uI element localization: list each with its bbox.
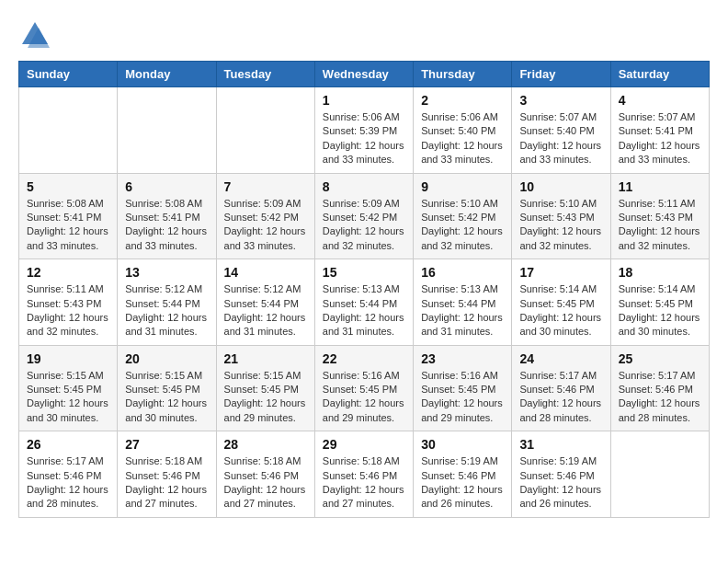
day-info: Sunrise: 5:18 AM Sunset: 5:46 PM Dayligh… xyxy=(224,454,307,511)
day-info: Sunrise: 5:17 AM Sunset: 5:46 PM Dayligh… xyxy=(519,369,602,426)
day-info: Sunrise: 5:12 AM Sunset: 5:44 PM Dayligh… xyxy=(125,282,208,339)
day-info: Sunrise: 5:07 AM Sunset: 5:40 PM Dayligh… xyxy=(519,110,602,167)
day-number: 26 xyxy=(27,437,109,452)
day-number: 2 xyxy=(421,93,504,108)
calendar-cell: 9Sunrise: 5:10 AM Sunset: 5:42 PM Daylig… xyxy=(414,173,512,259)
day-number: 1 xyxy=(323,93,405,108)
day-number: 27 xyxy=(125,437,208,452)
day-info: Sunrise: 5:10 AM Sunset: 5:43 PM Dayligh… xyxy=(519,197,602,254)
calendar-cell: 10Sunrise: 5:10 AM Sunset: 5:43 PM Dayli… xyxy=(512,173,610,259)
day-info: Sunrise: 5:15 AM Sunset: 5:45 PM Dayligh… xyxy=(27,369,109,426)
day-number: 31 xyxy=(519,437,602,452)
calendar-cell: 23Sunrise: 5:16 AM Sunset: 5:45 PM Dayli… xyxy=(414,345,512,431)
day-number: 4 xyxy=(619,93,701,108)
calendar-cell: 29Sunrise: 5:18 AM Sunset: 5:46 PM Dayli… xyxy=(314,431,413,518)
day-number: 5 xyxy=(27,179,109,194)
day-info: Sunrise: 5:14 AM Sunset: 5:45 PM Dayligh… xyxy=(619,282,701,339)
logo-icon xyxy=(18,18,51,52)
day-number: 23 xyxy=(421,351,504,366)
calendar-cell: 31Sunrise: 5:19 AM Sunset: 5:46 PM Dayli… xyxy=(512,431,610,518)
calendar-cell: 27Sunrise: 5:18 AM Sunset: 5:46 PM Dayli… xyxy=(118,431,216,518)
day-info: Sunrise: 5:15 AM Sunset: 5:45 PM Dayligh… xyxy=(224,369,307,426)
calendar-cell: 21Sunrise: 5:15 AM Sunset: 5:45 PM Dayli… xyxy=(216,345,314,431)
day-number: 15 xyxy=(323,265,405,280)
day-number: 10 xyxy=(519,179,602,194)
calendar-cell xyxy=(19,87,118,174)
calendar-cell: 6Sunrise: 5:08 AM Sunset: 5:41 PM Daylig… xyxy=(118,173,216,259)
day-info: Sunrise: 5:13 AM Sunset: 5:44 PM Dayligh… xyxy=(421,282,504,339)
calendar-cell: 8Sunrise: 5:09 AM Sunset: 5:42 PM Daylig… xyxy=(314,173,413,259)
day-info: Sunrise: 5:19 AM Sunset: 5:46 PM Dayligh… xyxy=(519,454,602,511)
day-number: 3 xyxy=(519,93,602,108)
calendar-week-1: 1Sunrise: 5:06 AM Sunset: 5:39 PM Daylig… xyxy=(19,87,710,174)
calendar-cell: 24Sunrise: 5:17 AM Sunset: 5:46 PM Dayli… xyxy=(512,345,610,431)
day-number: 11 xyxy=(619,179,701,194)
calendar-cell: 1Sunrise: 5:06 AM Sunset: 5:39 PM Daylig… xyxy=(314,87,413,174)
col-header-friday: Friday xyxy=(512,62,610,87)
calendar-cell: 18Sunrise: 5:14 AM Sunset: 5:45 PM Dayli… xyxy=(610,259,709,346)
day-info: Sunrise: 5:13 AM Sunset: 5:44 PM Dayligh… xyxy=(323,282,405,339)
day-info: Sunrise: 5:08 AM Sunset: 5:41 PM Dayligh… xyxy=(125,197,208,254)
calendar-cell: 25Sunrise: 5:17 AM Sunset: 5:46 PM Dayli… xyxy=(610,345,709,431)
calendar-cell: 19Sunrise: 5:15 AM Sunset: 5:45 PM Dayli… xyxy=(19,345,118,431)
day-info: Sunrise: 5:16 AM Sunset: 5:45 PM Dayligh… xyxy=(421,369,504,426)
day-info: Sunrise: 5:19 AM Sunset: 5:46 PM Dayligh… xyxy=(421,454,504,511)
calendar-cell: 30Sunrise: 5:19 AM Sunset: 5:46 PM Dayli… xyxy=(414,431,512,518)
calendar-cell: 26Sunrise: 5:17 AM Sunset: 5:46 PM Dayli… xyxy=(19,431,118,518)
calendar-cell: 7Sunrise: 5:09 AM Sunset: 5:42 PM Daylig… xyxy=(216,173,314,259)
day-number: 20 xyxy=(125,351,208,366)
col-header-monday: Monday xyxy=(118,62,216,87)
calendar-cell xyxy=(118,87,216,174)
day-number: 30 xyxy=(421,437,504,452)
day-number: 13 xyxy=(125,265,208,280)
day-info: Sunrise: 5:11 AM Sunset: 5:43 PM Dayligh… xyxy=(619,197,701,254)
calendar-cell: 5Sunrise: 5:08 AM Sunset: 5:41 PM Daylig… xyxy=(19,173,118,259)
page-header xyxy=(18,18,710,52)
calendar-cell: 17Sunrise: 5:14 AM Sunset: 5:45 PM Dayli… xyxy=(512,259,610,346)
day-info: Sunrise: 5:06 AM Sunset: 5:40 PM Dayligh… xyxy=(421,110,504,167)
day-number: 14 xyxy=(224,265,307,280)
col-header-saturday: Saturday xyxy=(610,62,709,87)
calendar-cell: 11Sunrise: 5:11 AM Sunset: 5:43 PM Dayli… xyxy=(610,173,709,259)
calendar-cell: 3Sunrise: 5:07 AM Sunset: 5:40 PM Daylig… xyxy=(512,87,610,174)
day-info: Sunrise: 5:17 AM Sunset: 5:46 PM Dayligh… xyxy=(619,369,701,426)
calendar-table: SundayMondayTuesdayWednesdayThursdayFrid… xyxy=(18,61,710,518)
day-info: Sunrise: 5:17 AM Sunset: 5:46 PM Dayligh… xyxy=(27,454,109,511)
col-header-thursday: Thursday xyxy=(414,62,512,87)
calendar-cell: 13Sunrise: 5:12 AM Sunset: 5:44 PM Dayli… xyxy=(118,259,216,346)
calendar-cell xyxy=(216,87,314,174)
calendar-cell: 4Sunrise: 5:07 AM Sunset: 5:41 PM Daylig… xyxy=(610,87,709,174)
day-info: Sunrise: 5:10 AM Sunset: 5:42 PM Dayligh… xyxy=(421,197,504,254)
day-info: Sunrise: 5:09 AM Sunset: 5:42 PM Dayligh… xyxy=(323,197,405,254)
day-info: Sunrise: 5:08 AM Sunset: 5:41 PM Dayligh… xyxy=(27,197,109,254)
day-number: 7 xyxy=(224,179,307,194)
col-header-sunday: Sunday xyxy=(19,62,118,87)
day-number: 25 xyxy=(619,351,701,366)
day-number: 22 xyxy=(323,351,405,366)
calendar-cell: 15Sunrise: 5:13 AM Sunset: 5:44 PM Dayli… xyxy=(314,259,413,346)
day-number: 6 xyxy=(125,179,208,194)
day-number: 24 xyxy=(519,351,602,366)
day-info: Sunrise: 5:06 AM Sunset: 5:39 PM Dayligh… xyxy=(323,110,405,167)
calendar-cell: 22Sunrise: 5:16 AM Sunset: 5:45 PM Dayli… xyxy=(314,345,413,431)
day-info: Sunrise: 5:12 AM Sunset: 5:44 PM Dayligh… xyxy=(224,282,307,339)
calendar-header-row: SundayMondayTuesdayWednesdayThursdayFrid… xyxy=(19,62,710,87)
day-number: 8 xyxy=(323,179,405,194)
day-number: 16 xyxy=(421,265,504,280)
day-info: Sunrise: 5:09 AM Sunset: 5:42 PM Dayligh… xyxy=(224,197,307,254)
calendar-cell: 2Sunrise: 5:06 AM Sunset: 5:40 PM Daylig… xyxy=(414,87,512,174)
logo xyxy=(18,18,55,52)
day-info: Sunrise: 5:18 AM Sunset: 5:46 PM Dayligh… xyxy=(323,454,405,511)
day-number: 17 xyxy=(519,265,602,280)
calendar-cell: 28Sunrise: 5:18 AM Sunset: 5:46 PM Dayli… xyxy=(216,431,314,518)
day-info: Sunrise: 5:15 AM Sunset: 5:45 PM Dayligh… xyxy=(125,369,208,426)
day-number: 19 xyxy=(27,351,109,366)
calendar-cell: 16Sunrise: 5:13 AM Sunset: 5:44 PM Dayli… xyxy=(414,259,512,346)
day-number: 29 xyxy=(323,437,405,452)
day-info: Sunrise: 5:16 AM Sunset: 5:45 PM Dayligh… xyxy=(323,369,405,426)
day-number: 28 xyxy=(224,437,307,452)
day-number: 21 xyxy=(224,351,307,366)
col-header-tuesday: Tuesday xyxy=(216,62,314,87)
calendar-week-4: 19Sunrise: 5:15 AM Sunset: 5:45 PM Dayli… xyxy=(19,345,710,431)
calendar-cell: 20Sunrise: 5:15 AM Sunset: 5:45 PM Dayli… xyxy=(118,345,216,431)
